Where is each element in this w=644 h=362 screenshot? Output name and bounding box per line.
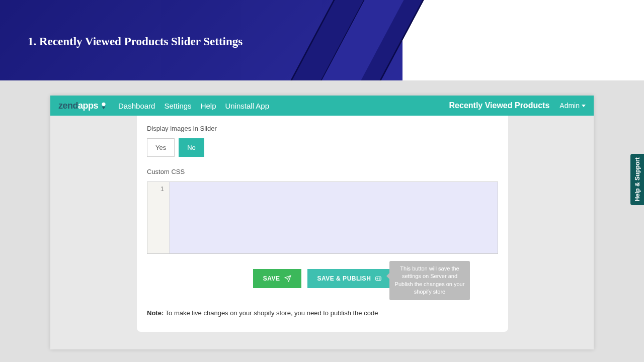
chevron-down-icon <box>582 105 586 107</box>
toggle-no-button[interactable]: No <box>179 138 204 157</box>
display-images-label: Display images in Slider <box>147 125 498 132</box>
note: Note: To make live changes on your shopi… <box>147 309 498 317</box>
toggle-yes-button[interactable]: Yes <box>147 138 175 157</box>
logo-text-apps: apps <box>78 101 98 111</box>
editor-textarea[interactable] <box>170 182 498 253</box>
save-publish-button-label: SAVE & PUBLISH <box>317 275 371 282</box>
save-publish-button[interactable]: SAVE & PUBLISH <box>307 269 392 288</box>
custom-css-label: Custom CSS <box>147 168 498 175</box>
nav-help[interactable]: Help <box>201 102 216 110</box>
display-images-toggle: Yes No <box>147 138 498 157</box>
nav-uninstall[interactable]: Uninstall App <box>225 102 269 110</box>
help-tab-label: Help & Support <box>634 157 641 201</box>
save-button-label: SAVE <box>263 275 280 282</box>
publish-tooltip: This button will save the settings on Se… <box>389 261 470 300</box>
nav-right: Recently Viewed Products Admin <box>449 101 586 110</box>
app-body: Display images in Slider Yes No Custom C… <box>50 116 594 349</box>
paper-plane-icon <box>284 275 291 282</box>
publish-icon <box>375 275 382 282</box>
logo-mascot-icon <box>99 101 108 110</box>
svg-point-0 <box>102 103 105 106</box>
custom-css-editor[interactable]: 1 <box>147 182 498 254</box>
logo[interactable]: zendapps <box>58 101 108 111</box>
banner: 1. Recently Viewed Products Slider Setti… <box>0 0 644 80</box>
save-button[interactable]: SAVE <box>253 269 301 288</box>
admin-label: Admin <box>559 102 580 110</box>
page-title: 1. Recently Viewed Products Slider Setti… <box>28 35 243 48</box>
action-row: SAVE SAVE & PUBLISH This button will sav… <box>147 269 498 288</box>
app-window: zendapps Dashboard Settings Help Uninsta… <box>50 96 594 349</box>
gutter-line-number: 1 <box>152 185 164 193</box>
logo-text-zend: zend <box>58 101 78 111</box>
app-title: Recently Viewed Products <box>449 101 550 110</box>
nav-settings[interactable]: Settings <box>164 102 191 110</box>
editor-gutter: 1 <box>147 182 170 253</box>
note-text: To make live changes on your shopify sto… <box>164 309 378 317</box>
note-label: Note: <box>147 309 164 317</box>
navbar: zendapps Dashboard Settings Help Uninsta… <box>50 96 594 116</box>
svg-point-2 <box>377 278 378 279</box>
content-panel: Display images in Slider Yes No Custom C… <box>137 116 508 332</box>
admin-dropdown[interactable]: Admin <box>559 102 586 110</box>
nav-dashboard[interactable]: Dashboard <box>118 102 155 110</box>
help-support-tab[interactable]: Help & Support <box>630 154 644 205</box>
nav-links: Dashboard Settings Help Uninstall App <box>118 102 269 110</box>
